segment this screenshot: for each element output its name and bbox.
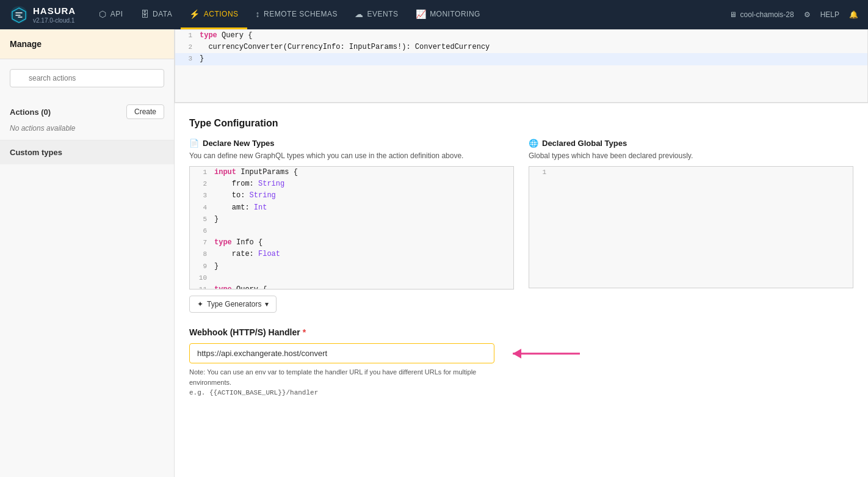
version-badge: v2.17.0-cloud.1: [33, 17, 76, 24]
type-generators-chevron: ▾: [265, 300, 269, 308]
code-line-3: 3 }: [175, 53, 867, 65]
webhook-url-input[interactable]: [189, 343, 494, 363]
declare-line-1: 1 input InputParams {: [190, 167, 513, 178]
nav-monitoring-label: MONITORING: [430, 10, 480, 18]
settings-btn[interactable]: ⚙: [804, 10, 811, 19]
nav-data[interactable]: 🗄 DATA: [132, 0, 181, 29]
no-actions-text: No actions available: [10, 124, 164, 133]
declare-line-3: 3 to: String: [190, 190, 513, 202]
webhook-note-text: Note: You can use an env var to template…: [189, 368, 476, 386]
remote-schemas-icon: ↕: [256, 9, 261, 19]
dl-num-4: 4: [190, 202, 214, 214]
data-icon: 🗄: [140, 9, 150, 19]
line-num-1: 1: [175, 30, 200, 42]
dl-num-2: 2: [190, 178, 214, 190]
dl-content-11: type Query {: [214, 284, 513, 289]
query-code-block[interactable]: 1 type Query { 2 currencyConverter(Curre…: [175, 29, 868, 103]
dl-num-8: 8: [190, 249, 214, 260]
dl-num-6: 6: [190, 225, 214, 237]
settings-icon: ⚙: [804, 10, 811, 19]
type-generators-label: Type Generators: [207, 300, 261, 308]
nav-data-label: DATA: [153, 10, 172, 18]
nav-actions[interactable]: ⚡ ACTIONS: [181, 0, 247, 29]
dl-content-10: [214, 272, 513, 284]
dl-num-9: 9: [190, 261, 214, 272]
declare-line-6: 6: [190, 225, 513, 237]
svg-marker-2: [513, 349, 521, 359]
declare-line-5: 5 }: [190, 214, 513, 225]
sidebar: Manage 🔍 Actions (0) Create No actions a…: [0, 29, 175, 477]
dl-num-3: 3: [190, 190, 214, 202]
global-types-col: 🌐 Declared Global Types Global types whi…: [529, 139, 853, 313]
type-generators-button[interactable]: ✦ Type Generators ▾: [189, 296, 277, 313]
top-navigation: HASURA v2.17.0-cloud.1 ⬡ API 🗄 DATA ⚡ AC…: [0, 0, 868, 29]
line-num-2: 2: [175, 42, 200, 53]
webhook-input-wrapper: [189, 343, 494, 363]
actions-section-title: Actions (0): [10, 107, 51, 117]
declare-types-col: 📄 Declare New Types You can define new G…: [189, 139, 514, 313]
type-generators-icon: ✦: [197, 300, 203, 308]
gl-content-1: [554, 167, 853, 178]
nav-items: ⬡ API 🗄 DATA ⚡ ACTIONS ↕ REMOTE SCHEMAS …: [90, 0, 729, 29]
declare-line-2: 2 from: String: [190, 178, 513, 190]
nav-right: 🖥 cool-chamois-28 ⚙ HELP 🔔: [729, 10, 858, 19]
main-layout: Manage 🔍 Actions (0) Create No actions a…: [0, 29, 868, 477]
notifications-btn[interactable]: 🔔: [849, 10, 858, 19]
custom-types-title: Custom types: [10, 148, 62, 157]
actions-icon: ⚡: [189, 9, 200, 19]
webhook-title: Webhook (HTTP/S) Handler *: [189, 327, 853, 337]
server-icon: 🖥: [729, 10, 737, 19]
line-content-1: type Query {: [200, 30, 867, 42]
logo-area: HASURA v2.17.0-cloud.1: [10, 5, 76, 24]
dl-content-6: [214, 225, 513, 237]
global-icon: 🌐: [529, 139, 538, 148]
global-types-title: 🌐 Declared Global Types: [529, 139, 853, 148]
dl-num-10: 10: [190, 272, 214, 284]
logo-text: HASURA: [33, 5, 76, 16]
nav-remote-schemas[interactable]: ↕ REMOTE SCHEMAS: [247, 0, 347, 29]
dl-num-7: 7: [190, 237, 214, 249]
logo-text-group: HASURA v2.17.0-cloud.1: [33, 5, 76, 24]
dl-content-7: type Info {: [214, 237, 513, 249]
hasura-logo-icon: [10, 5, 28, 24]
nav-api-label: API: [110, 10, 123, 18]
server-label: cool-chamois-28: [740, 10, 794, 19]
dl-content-2: from: String: [214, 178, 513, 190]
line-content-2: currencyConverter(CurrencyInfo: InputPar…: [200, 42, 867, 53]
webhook-section: Webhook (HTTP/S) Handler *: [175, 313, 868, 413]
type-config-section: Type Configuration 📄 Declare New Types Y…: [175, 103, 868, 313]
webhook-title-text: Webhook (HTTP/S) Handler: [189, 327, 300, 337]
declare-types-title: 📄 Declare New Types: [189, 139, 514, 148]
sidebar-manage-title: Manage: [10, 39, 42, 49]
declare-types-desc: You can define new GraphQL types which y…: [189, 151, 514, 160]
global-types-desc: Global types which have been declared pr…: [529, 151, 853, 160]
nav-remote-schemas-label: REMOTE SCHEMAS: [264, 10, 338, 18]
nav-actions-label: ACTIONS: [204, 10, 239, 18]
custom-types-section: Custom types: [0, 140, 174, 164]
declare-line-10: 10: [190, 272, 513, 284]
bell-icon: 🔔: [849, 10, 858, 19]
arrow-indicator: [507, 344, 580, 363]
declare-title-text: Declare New Types: [203, 139, 275, 148]
dl-content-4: amt: Int: [214, 202, 513, 214]
nav-events[interactable]: ☁ EVENTS: [346, 0, 407, 29]
create-button[interactable]: Create: [126, 104, 164, 119]
declare-line-4: 4 amt: Int: [190, 202, 513, 214]
dl-content-9: }: [214, 261, 513, 272]
help-btn[interactable]: HELP: [820, 10, 839, 19]
dl-content-1: input InputParams {: [214, 167, 513, 178]
nav-events-label: EVENTS: [367, 10, 399, 18]
api-icon: ⬡: [99, 9, 107, 19]
nav-api[interactable]: ⬡ API: [90, 0, 131, 29]
line-content-3: }: [200, 53, 867, 65]
monitoring-icon: 📈: [416, 9, 427, 19]
nav-monitoring[interactable]: 📈 MONITORING: [407, 0, 489, 29]
search-input[interactable]: [10, 69, 164, 87]
global-types-editor[interactable]: 1: [529, 166, 853, 288]
server-info[interactable]: 🖥 cool-chamois-28: [729, 10, 794, 19]
global-line-1: 1: [529, 167, 853, 178]
declare-types-editor[interactable]: 1 input InputParams { 2 from: String 3 t…: [189, 166, 514, 289]
webhook-note-example: e.g. {{ACTION_BASE_URL}}/handler: [189, 389, 318, 396]
sidebar-search-area: 🔍: [0, 59, 174, 97]
type-config-title: Type Configuration: [189, 118, 853, 129]
